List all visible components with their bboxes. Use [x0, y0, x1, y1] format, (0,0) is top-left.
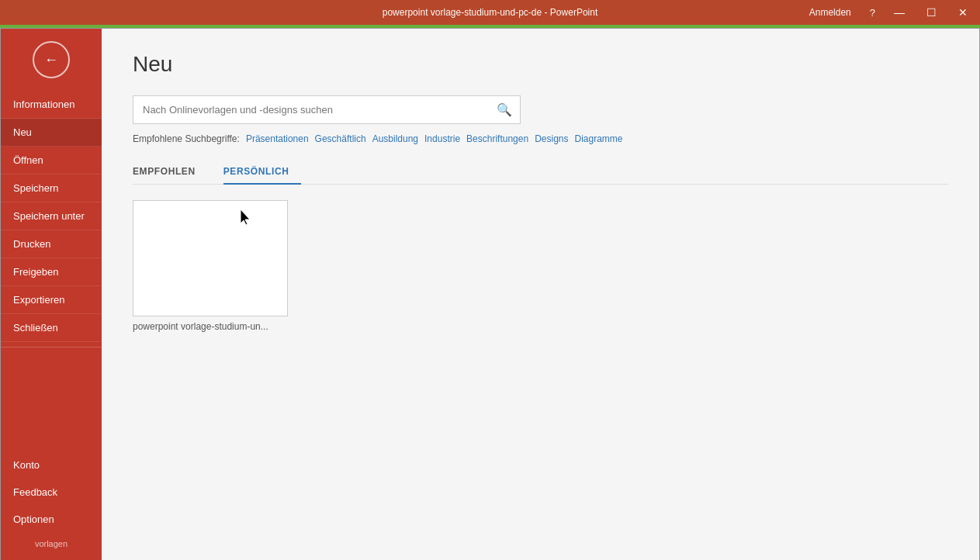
- sidebar-item-konto[interactable]: Konto: [1, 451, 102, 479]
- sidebar-item-exportieren[interactable]: Exportieren: [1, 286, 102, 314]
- tag-designs[interactable]: Designs: [535, 133, 568, 144]
- tab-empfohlen[interactable]: EMPFOHLEN: [133, 160, 208, 185]
- template-thumbnail: [133, 200, 288, 316]
- close-button[interactable]: ✕: [952, 5, 974, 20]
- search-bar: 🔍: [133, 95, 521, 124]
- back-button[interactable]: ←: [33, 41, 70, 78]
- sidebar-item-freigeben[interactable]: Freigeben: [1, 258, 102, 286]
- sidebar-item-feedback[interactable]: Feedback: [1, 479, 102, 506]
- template-card[interactable]: powerpoint vorlage-studium-un...: [133, 200, 288, 332]
- minimize-button[interactable]: —: [888, 5, 911, 20]
- template-grid: powerpoint vorlage-studium-un...: [133, 200, 948, 332]
- help-button[interactable]: ?: [870, 7, 875, 19]
- page-title: Neu: [133, 52, 948, 77]
- search-icon: 🔍: [497, 103, 512, 116]
- tabs: EMPFOHLEN PERSÖNLICH: [133, 160, 948, 185]
- main-content: Neu 🔍 Empfohlene Suchbegriffe: Präsentat…: [102, 29, 979, 560]
- sidebar-item-optionen[interactable]: Optionen: [1, 506, 102, 533]
- template-preview: [140, 208, 280, 309]
- vorlagen-label: vorlagen: [1, 533, 102, 551]
- search-button[interactable]: 🔍: [489, 96, 520, 123]
- sidebar-bottom: Konto Feedback Optionen vorlagen: [1, 451, 102, 560]
- sidebar-item-speichern[interactable]: Speichern: [1, 175, 102, 202]
- template-name: powerpoint vorlage-studium-un...: [133, 321, 288, 332]
- sidebar-item-neu[interactable]: Neu: [1, 119, 102, 147]
- app-window: ← Informationen Neu Öffnen Speichern Spe…: [0, 28, 980, 560]
- tag-beschriftungen[interactable]: Beschriftungen: [466, 133, 528, 144]
- sidebar-item-informationen[interactable]: Informationen: [1, 91, 102, 119]
- suggested-label: Empfohlene Suchbegriffe:: [133, 133, 240, 144]
- suggested-tags: Empfohlene Suchbegriffe: Präsentationen …: [133, 133, 948, 144]
- search-input[interactable]: [133, 98, 489, 122]
- tag-ausbildung[interactable]: Ausbildung: [372, 133, 418, 144]
- sidebar-item-schliessen[interactable]: Schließen: [1, 314, 102, 342]
- title-bar-title: powerpoint vorlage-studium-und-pc-de - P…: [383, 7, 597, 18]
- sign-in-button[interactable]: Anmelden: [809, 7, 851, 18]
- tab-personlich[interactable]: PERSÖNLICH: [223, 160, 302, 185]
- sidebar-item-drucken[interactable]: Drucken: [1, 230, 102, 258]
- tag-prasentationen[interactable]: Präsentationen: [246, 133, 309, 144]
- sidebar-divider: [1, 347, 102, 347]
- back-icon: ←: [44, 52, 58, 68]
- sidebar-item-speichern-unter[interactable]: Speichern unter: [1, 202, 102, 230]
- tag-industrie[interactable]: Industrie: [424, 133, 460, 144]
- maximize-button[interactable]: ☐: [920, 5, 943, 20]
- tag-diagramme[interactable]: Diagramme: [574, 133, 622, 144]
- sidebar-item-oeffnen[interactable]: Öffnen: [1, 147, 102, 175]
- title-bar: powerpoint vorlage-studium-und-pc-de - P…: [0, 0, 980, 25]
- sidebar: ← Informationen Neu Öffnen Speichern Spe…: [1, 29, 102, 560]
- tag-geschaftlich[interactable]: Geschäftlich: [315, 133, 366, 144]
